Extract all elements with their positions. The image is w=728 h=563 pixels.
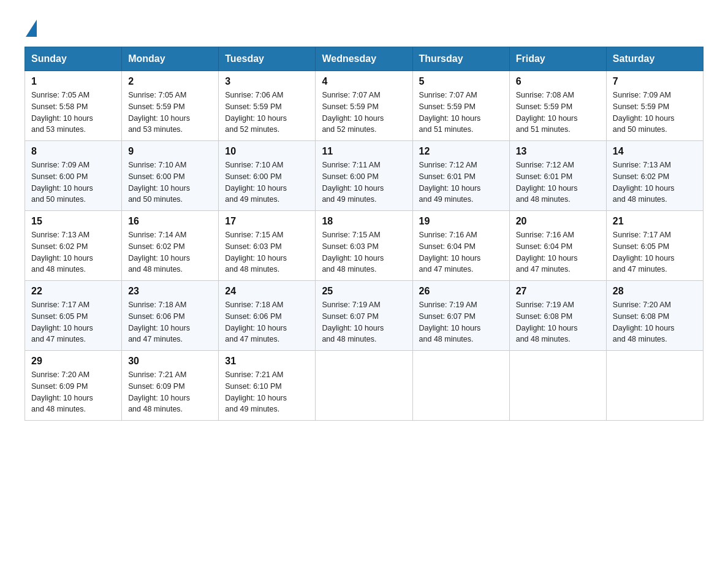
calendar-cell bbox=[412, 351, 509, 421]
calendar-header-monday: Monday bbox=[122, 47, 219, 71]
day-number: 2 bbox=[128, 76, 212, 87]
day-number: 10 bbox=[225, 146, 309, 157]
day-info: Sunrise: 7:07 AM Sunset: 5:59 PM Dayligh… bbox=[322, 90, 406, 136]
calendar-header-saturday: Saturday bbox=[606, 47, 703, 71]
calendar-header-sunday: Sunday bbox=[25, 47, 122, 71]
calendar-cell: 3 Sunrise: 7:06 AM Sunset: 5:59 PM Dayli… bbox=[219, 71, 316, 141]
day-number: 31 bbox=[225, 356, 309, 367]
day-number: 27 bbox=[516, 286, 600, 297]
day-info: Sunrise: 7:11 AM Sunset: 6:00 PM Dayligh… bbox=[322, 159, 406, 205]
calendar-week-row: 29 Sunrise: 7:20 AM Sunset: 6:09 PM Dayl… bbox=[25, 351, 703, 421]
day-info: Sunrise: 7:16 AM Sunset: 6:04 PM Dayligh… bbox=[419, 229, 503, 275]
calendar-cell: 17 Sunrise: 7:15 AM Sunset: 6:03 PM Dayl… bbox=[219, 211, 316, 281]
calendar-cell bbox=[509, 351, 606, 421]
day-number: 17 bbox=[225, 216, 309, 227]
day-info: Sunrise: 7:10 AM Sunset: 6:00 PM Dayligh… bbox=[128, 159, 212, 205]
day-info: Sunrise: 7:06 AM Sunset: 5:59 PM Dayligh… bbox=[225, 90, 309, 136]
day-info: Sunrise: 7:05 AM Sunset: 5:59 PM Dayligh… bbox=[128, 90, 212, 136]
calendar-week-row: 8 Sunrise: 7:09 AM Sunset: 6:00 PM Dayli… bbox=[25, 141, 703, 211]
calendar-header-thursday: Thursday bbox=[412, 47, 509, 71]
day-number: 30 bbox=[128, 356, 212, 367]
calendar-week-row: 22 Sunrise: 7:17 AM Sunset: 6:05 PM Dayl… bbox=[25, 281, 703, 351]
day-number: 26 bbox=[419, 286, 503, 297]
day-number: 15 bbox=[31, 216, 115, 227]
day-info: Sunrise: 7:05 AM Sunset: 5:58 PM Dayligh… bbox=[31, 90, 115, 136]
day-info: Sunrise: 7:07 AM Sunset: 5:59 PM Dayligh… bbox=[419, 90, 503, 136]
calendar-cell: 10 Sunrise: 7:10 AM Sunset: 6:00 PM Dayl… bbox=[219, 141, 316, 211]
day-number: 6 bbox=[516, 76, 600, 87]
calendar-cell bbox=[606, 351, 703, 421]
day-info: Sunrise: 7:09 AM Sunset: 5:59 PM Dayligh… bbox=[613, 90, 697, 136]
calendar-cell: 12 Sunrise: 7:12 AM Sunset: 6:01 PM Dayl… bbox=[412, 141, 509, 211]
calendar-week-row: 15 Sunrise: 7:13 AM Sunset: 6:02 PM Dayl… bbox=[25, 211, 703, 281]
day-info: Sunrise: 7:19 AM Sunset: 6:07 PM Dayligh… bbox=[419, 299, 503, 345]
calendar-cell: 23 Sunrise: 7:18 AM Sunset: 6:06 PM Dayl… bbox=[122, 281, 219, 351]
day-info: Sunrise: 7:12 AM Sunset: 6:01 PM Dayligh… bbox=[516, 159, 600, 205]
calendar-cell bbox=[316, 351, 412, 421]
calendar-cell: 6 Sunrise: 7:08 AM Sunset: 5:59 PM Dayli… bbox=[509, 71, 606, 141]
calendar-cell: 25 Sunrise: 7:19 AM Sunset: 6:07 PM Dayl… bbox=[316, 281, 412, 351]
day-number: 16 bbox=[128, 216, 212, 227]
calendar-cell: 11 Sunrise: 7:11 AM Sunset: 6:00 PM Dayl… bbox=[316, 141, 412, 211]
calendar-week-row: 1 Sunrise: 7:05 AM Sunset: 5:58 PM Dayli… bbox=[25, 71, 703, 141]
day-number: 11 bbox=[322, 146, 406, 157]
day-number: 12 bbox=[419, 146, 503, 157]
calendar-cell: 14 Sunrise: 7:13 AM Sunset: 6:02 PM Dayl… bbox=[606, 141, 703, 211]
day-info: Sunrise: 7:20 AM Sunset: 6:09 PM Dayligh… bbox=[31, 369, 115, 415]
calendar-header-row: SundayMondayTuesdayWednesdayThursdayFrid… bbox=[25, 47, 703, 71]
day-number: 8 bbox=[31, 146, 115, 157]
day-info: Sunrise: 7:13 AM Sunset: 6:02 PM Dayligh… bbox=[613, 159, 697, 205]
day-info: Sunrise: 7:08 AM Sunset: 5:59 PM Dayligh… bbox=[516, 90, 600, 136]
calendar-cell: 30 Sunrise: 7:21 AM Sunset: 6:09 PM Dayl… bbox=[122, 351, 219, 421]
calendar-cell: 1 Sunrise: 7:05 AM Sunset: 5:58 PM Dayli… bbox=[25, 71, 122, 141]
day-info: Sunrise: 7:16 AM Sunset: 6:04 PM Dayligh… bbox=[516, 229, 600, 275]
calendar-cell: 2 Sunrise: 7:05 AM Sunset: 5:59 PM Dayli… bbox=[122, 71, 219, 141]
calendar-cell: 15 Sunrise: 7:13 AM Sunset: 6:02 PM Dayl… bbox=[25, 211, 122, 281]
day-number: 18 bbox=[322, 216, 406, 227]
day-info: Sunrise: 7:20 AM Sunset: 6:08 PM Dayligh… bbox=[613, 299, 697, 345]
calendar-cell: 31 Sunrise: 7:21 AM Sunset: 6:10 PM Dayl… bbox=[219, 351, 316, 421]
day-info: Sunrise: 7:10 AM Sunset: 6:00 PM Dayligh… bbox=[225, 159, 309, 205]
day-info: Sunrise: 7:18 AM Sunset: 6:06 PM Dayligh… bbox=[128, 299, 212, 345]
day-info: Sunrise: 7:21 AM Sunset: 6:10 PM Dayligh… bbox=[225, 369, 309, 415]
day-number: 4 bbox=[322, 76, 406, 87]
day-info: Sunrise: 7:21 AM Sunset: 6:09 PM Dayligh… bbox=[128, 369, 212, 415]
day-info: Sunrise: 7:09 AM Sunset: 6:00 PM Dayligh… bbox=[31, 159, 115, 205]
calendar-cell: 9 Sunrise: 7:10 AM Sunset: 6:00 PM Dayli… bbox=[122, 141, 219, 211]
calendar-cell: 4 Sunrise: 7:07 AM Sunset: 5:59 PM Dayli… bbox=[316, 71, 412, 141]
page-header bbox=[25, 18, 703, 34]
day-info: Sunrise: 7:19 AM Sunset: 6:07 PM Dayligh… bbox=[322, 299, 406, 345]
calendar-cell: 8 Sunrise: 7:09 AM Sunset: 6:00 PM Dayli… bbox=[25, 141, 122, 211]
calendar-cell: 27 Sunrise: 7:19 AM Sunset: 6:08 PM Dayl… bbox=[509, 281, 606, 351]
day-info: Sunrise: 7:13 AM Sunset: 6:02 PM Dayligh… bbox=[31, 229, 115, 275]
calendar-cell: 13 Sunrise: 7:12 AM Sunset: 6:01 PM Dayl… bbox=[509, 141, 606, 211]
day-number: 22 bbox=[31, 286, 115, 297]
calendar-cell: 19 Sunrise: 7:16 AM Sunset: 6:04 PM Dayl… bbox=[412, 211, 509, 281]
calendar-table: SundayMondayTuesdayWednesdayThursdayFrid… bbox=[25, 47, 703, 421]
day-number: 20 bbox=[516, 216, 600, 227]
calendar-cell: 20 Sunrise: 7:16 AM Sunset: 6:04 PM Dayl… bbox=[509, 211, 606, 281]
day-number: 9 bbox=[128, 146, 212, 157]
day-number: 25 bbox=[322, 286, 406, 297]
calendar-cell: 18 Sunrise: 7:15 AM Sunset: 6:03 PM Dayl… bbox=[316, 211, 412, 281]
day-number: 3 bbox=[225, 76, 309, 87]
calendar-cell: 7 Sunrise: 7:09 AM Sunset: 5:59 PM Dayli… bbox=[606, 71, 703, 141]
day-info: Sunrise: 7:14 AM Sunset: 6:02 PM Dayligh… bbox=[128, 229, 212, 275]
day-number: 5 bbox=[419, 76, 503, 87]
day-number: 14 bbox=[613, 146, 697, 157]
day-number: 23 bbox=[128, 286, 212, 297]
calendar-cell: 26 Sunrise: 7:19 AM Sunset: 6:07 PM Dayl… bbox=[412, 281, 509, 351]
calendar-header-wednesday: Wednesday bbox=[316, 47, 412, 71]
logo bbox=[25, 18, 45, 34]
calendar-cell: 16 Sunrise: 7:14 AM Sunset: 6:02 PM Dayl… bbox=[122, 211, 219, 281]
logo-triangle-icon bbox=[26, 20, 37, 37]
day-info: Sunrise: 7:17 AM Sunset: 6:05 PM Dayligh… bbox=[613, 229, 697, 275]
day-number: 24 bbox=[225, 286, 309, 297]
day-info: Sunrise: 7:12 AM Sunset: 6:01 PM Dayligh… bbox=[419, 159, 503, 205]
calendar-cell: 28 Sunrise: 7:20 AM Sunset: 6:08 PM Dayl… bbox=[606, 281, 703, 351]
day-number: 13 bbox=[516, 146, 600, 157]
calendar-header-friday: Friday bbox=[509, 47, 606, 71]
calendar-cell: 5 Sunrise: 7:07 AM Sunset: 5:59 PM Dayli… bbox=[412, 71, 509, 141]
day-number: 21 bbox=[613, 216, 697, 227]
calendar-header-tuesday: Tuesday bbox=[219, 47, 316, 71]
